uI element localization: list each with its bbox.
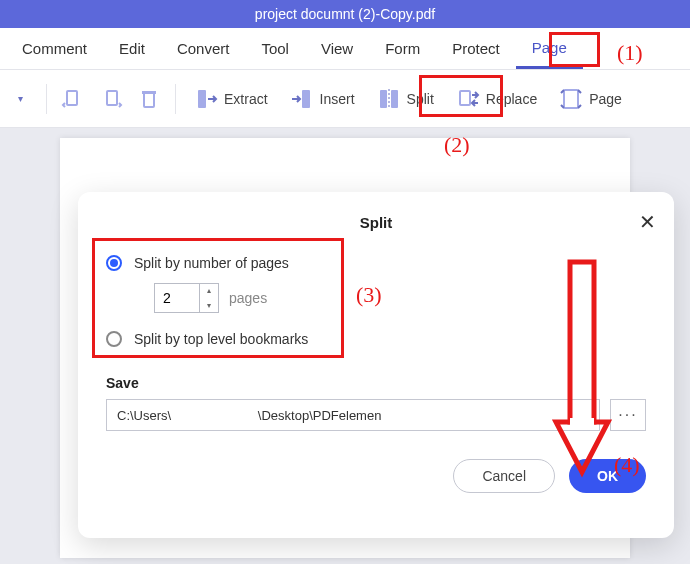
insert-icon (290, 87, 314, 111)
dialog-title: Split (106, 214, 646, 231)
cancel-button[interactable]: Cancel (453, 459, 555, 493)
toolbar: ▾ Extract Insert Split Replace Page (0, 70, 690, 128)
radio-icon-selected (106, 255, 122, 271)
ok-button[interactable]: OK (569, 459, 646, 493)
svg-rect-9 (460, 91, 470, 105)
replace-button[interactable]: Replace (450, 83, 543, 115)
radio-split-by-pages[interactable]: Split by number of pages (106, 255, 646, 271)
replace-icon (456, 87, 480, 111)
menu-protect[interactable]: Protect (436, 28, 516, 69)
split-icon (377, 87, 401, 111)
pages-spinner[interactable]: ▴ ▾ (154, 283, 219, 313)
menu-form[interactable]: Form (369, 28, 436, 69)
extract-button[interactable]: Extract (188, 83, 274, 115)
menu-tool[interactable]: Tool (245, 28, 305, 69)
svg-rect-6 (380, 90, 387, 108)
browse-button[interactable]: ··· (610, 399, 646, 431)
split-button[interactable]: Split (371, 83, 440, 115)
separator (46, 84, 47, 114)
close-icon: ✕ (639, 211, 656, 233)
menu-edit[interactable]: Edit (103, 28, 161, 69)
radio-split-by-bookmarks[interactable]: Split by top level bookmarks (106, 331, 646, 347)
page-size-icon (559, 87, 583, 111)
save-path-input[interactable] (106, 399, 600, 431)
menu-bar: Comment Edit Convert Tool View Form Prot… (0, 28, 690, 70)
menu-view[interactable]: View (305, 28, 369, 69)
extract-label: Extract (224, 91, 268, 107)
svg-rect-0 (67, 91, 77, 105)
spinner-down-icon[interactable]: ▾ (200, 298, 218, 313)
svg-rect-2 (144, 93, 154, 107)
ellipsis-icon: ··· (618, 406, 637, 424)
page-size-label: Page (589, 91, 622, 107)
close-button[interactable]: ✕ (639, 210, 656, 234)
split-dialog: Split ✕ Split by number of pages ▴ ▾ pag… (78, 192, 674, 538)
svg-rect-10 (564, 90, 578, 108)
chevron-down-icon: ▾ (18, 93, 23, 104)
separator (175, 84, 176, 114)
radio-label-bookmarks: Split by top level bookmarks (134, 331, 308, 347)
rotate-right-icon[interactable] (97, 85, 125, 113)
pages-unit: pages (229, 290, 267, 306)
svg-rect-7 (391, 90, 398, 108)
delete-page-icon[interactable] (135, 85, 163, 113)
split-label: Split (407, 91, 434, 107)
insert-button[interactable]: Insert (284, 83, 361, 115)
radio-icon-unselected (106, 331, 122, 347)
save-label: Save (106, 375, 646, 391)
menu-comment[interactable]: Comment (6, 28, 103, 69)
page-size-button[interactable]: Page (553, 83, 628, 115)
rotate-left-icon[interactable] (59, 85, 87, 113)
radio-label-pages: Split by number of pages (134, 255, 289, 271)
document-title: project documnt (2)-Copy.pdf (255, 6, 435, 22)
toolbar-dropdown[interactable]: ▾ (6, 85, 34, 113)
svg-rect-4 (198, 90, 206, 108)
menu-convert[interactable]: Convert (161, 28, 246, 69)
title-bar: project documnt (2)-Copy.pdf (0, 0, 690, 28)
replace-label: Replace (486, 91, 537, 107)
svg-rect-1 (107, 91, 117, 105)
svg-rect-5 (302, 90, 310, 108)
extract-icon (194, 87, 218, 111)
pages-input[interactable] (155, 284, 199, 312)
svg-rect-3 (142, 91, 156, 94)
menu-page[interactable]: Page (516, 28, 583, 69)
spinner-up-icon[interactable]: ▴ (200, 283, 218, 298)
insert-label: Insert (320, 91, 355, 107)
